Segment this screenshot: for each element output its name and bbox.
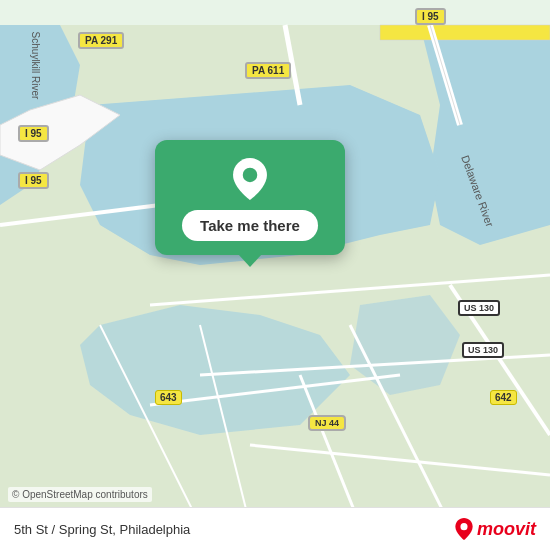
- svg-point-15: [460, 523, 467, 530]
- road-label-us130-bot: US 130: [462, 342, 504, 358]
- road-label-643: 643: [155, 390, 182, 405]
- road-label-pa611: PA 611: [245, 62, 291, 79]
- location-pin-icon: [229, 158, 271, 200]
- road-label-i95-bot: I 95: [18, 172, 49, 189]
- map-container: I 95 PA 291 PA 611 I 95 I 95 US 130 US 1…: [0, 0, 550, 550]
- svg-point-14: [243, 168, 258, 183]
- moovit-brand-text: moovit: [477, 519, 536, 540]
- moovit-logo: moovit: [453, 518, 536, 540]
- moovit-pin-icon: [453, 518, 475, 540]
- road-label-pa291: PA 291: [78, 32, 124, 49]
- popup-card: Take me there: [155, 140, 345, 255]
- road-label-i95-top: I 95: [415, 8, 446, 25]
- road-label-nj44: NJ 44: [308, 415, 346, 431]
- road-label-us130-top: US 130: [458, 300, 500, 316]
- road-label-642: 642: [490, 390, 517, 405]
- road-label-i95-mid: I 95: [18, 125, 49, 142]
- take-me-there-button[interactable]: Take me there: [182, 210, 318, 241]
- map-background: [0, 0, 550, 550]
- location-name: 5th St / Spring St, Philadelphia: [14, 522, 190, 537]
- bottom-bar: 5th St / Spring St, Philadelphia moovit: [0, 507, 550, 550]
- schuylkill-river-label: Schuylkill River: [30, 32, 41, 100]
- copyright-text: © OpenStreetMap contributors: [8, 487, 152, 502]
